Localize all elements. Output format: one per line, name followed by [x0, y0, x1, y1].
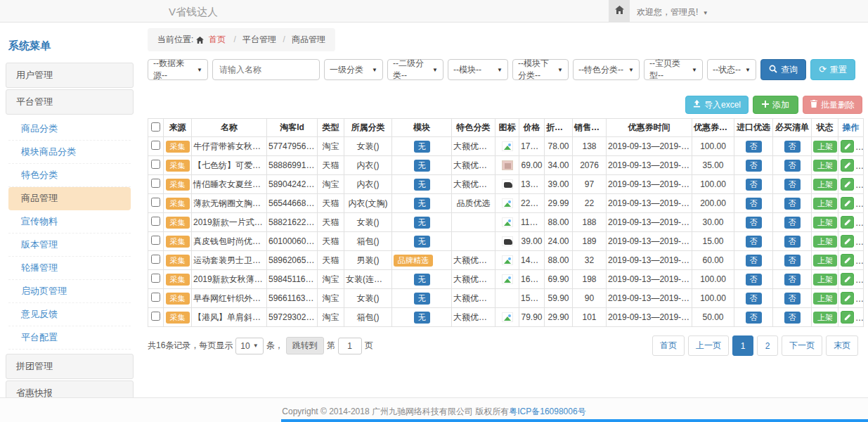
cell-type: 淘宝 — [318, 308, 344, 327]
home-button[interactable] — [609, 0, 630, 22]
breadcrumb-separator: / — [283, 34, 285, 44]
edit-button[interactable] — [841, 311, 854, 324]
filter-select-5[interactable]: --模块下分类--▼ — [512, 59, 569, 80]
import-select-toggle[interactable]: 否 — [746, 179, 762, 191]
edit-button[interactable] — [841, 159, 854, 172]
name-search-input[interactable] — [212, 59, 320, 80]
pager-button-上一页[interactable]: 上一页 — [688, 335, 729, 356]
row-checkbox[interactable] — [151, 274, 160, 283]
sidebar-item-平台配置[interactable]: 平台配置 — [8, 326, 131, 350]
import-select-toggle[interactable]: 否 — [746, 236, 762, 248]
import-select-toggle[interactable]: 否 — [746, 160, 762, 172]
must-buy-toggle[interactable]: 否 — [784, 198, 801, 210]
must-buy-toggle[interactable]: 否 — [784, 255, 801, 267]
breadcrumb-home-link[interactable]: 首页 — [209, 34, 226, 44]
status-toggle[interactable]: 上架 — [813, 274, 837, 286]
per-page-select[interactable]: 10 ▼ — [235, 338, 263, 354]
reset-button[interactable]: ⟳重置 — [810, 59, 855, 80]
edit-button[interactable] — [841, 216, 854, 229]
must-buy-toggle[interactable]: 否 — [784, 217, 801, 229]
sidebar-item-轮播管理[interactable]: 轮播管理 — [8, 257, 131, 280]
pager-button-下一页[interactable]: 下一页 — [782, 335, 822, 356]
select-all-checkbox[interactable] — [151, 122, 160, 132]
sidebar-group-平台管理[interactable]: 平台管理 — [6, 89, 134, 115]
row-checkbox[interactable] — [151, 255, 160, 264]
must-buy-toggle[interactable]: 否 — [784, 274, 801, 286]
must-buy-toggle[interactable]: 否 — [784, 160, 801, 172]
edit-button[interactable] — [841, 140, 854, 153]
cell-category: 内衣() — [344, 156, 392, 175]
cell-module: 无 — [392, 137, 452, 156]
row-checkbox[interactable] — [151, 217, 160, 226]
filter-select-7[interactable]: --宝贝类型--▼ — [644, 59, 703, 80]
must-buy-toggle[interactable]: 否 — [784, 179, 801, 191]
sidebar-item-版本管理[interactable]: 版本管理 — [8, 234, 131, 257]
status-toggle[interactable]: 上架 — [813, 160, 837, 172]
row-checkbox[interactable] — [151, 141, 160, 150]
row-checkbox[interactable] — [151, 179, 160, 188]
cell-must-buy: 否 — [773, 175, 812, 194]
status-toggle[interactable]: 上架 — [813, 255, 837, 267]
filter-select-0[interactable]: --数据来源--▼ — [148, 59, 208, 80]
bottom-scrollbar[interactable] — [281, 419, 868, 422]
status-toggle[interactable]: 上架 — [813, 198, 837, 210]
must-buy-toggle[interactable]: 否 — [784, 141, 801, 153]
sidebar-item-启动页管理[interactable]: 启动页管理 — [8, 280, 131, 303]
import-select-toggle[interactable]: 否 — [746, 198, 762, 210]
add-button[interactable]: 添加 — [753, 96, 798, 114]
sidebar-item-意见反馈[interactable]: 意见反馈 — [8, 303, 131, 326]
import-select-toggle[interactable]: 否 — [746, 274, 762, 286]
import-excel-button[interactable]: 导入excel — [685, 96, 749, 114]
filter-select-3[interactable]: --二级分类--▼ — [387, 59, 443, 80]
pager-button-1[interactable]: 1 — [732, 335, 753, 356]
edit-button[interactable] — [841, 273, 854, 286]
pager-button-末页[interactable]: 末页 — [826, 335, 858, 356]
filter-select-4[interactable]: --模块--▼ — [448, 59, 508, 80]
must-buy-toggle[interactable]: 否 — [784, 293, 801, 305]
status-toggle[interactable]: 上架 — [813, 179, 837, 191]
welcome-text: 欢迎您，管理员! — [637, 7, 698, 17]
sidebar-group-拼团管理[interactable]: 拼团管理 — [6, 354, 134, 379]
icp-link[interactable]: 粤ICP备16098006号 — [509, 407, 585, 416]
sidebar-item-商品管理[interactable]: 商品管理 — [8, 187, 131, 210]
sidebar-group-用户管理[interactable]: 用户管理 — [6, 63, 134, 88]
filter-select-6[interactable]: --特色分类--▼ — [573, 59, 640, 80]
must-buy-toggle[interactable]: 否 — [784, 312, 801, 324]
edit-button[interactable] — [841, 178, 854, 191]
pager-button-首页[interactable]: 首页 — [652, 335, 685, 356]
filter-select-2[interactable]: 一级分类▼ — [324, 59, 383, 80]
edit-button[interactable] — [841, 235, 854, 248]
import-select-toggle[interactable]: 否 — [746, 293, 762, 305]
row-checkbox[interactable] — [151, 236, 160, 245]
sidebar-item-商品分类[interactable]: 商品分类 — [8, 117, 131, 141]
edit-button[interactable] — [841, 197, 854, 210]
row-checkbox[interactable] — [151, 198, 160, 207]
edit-button[interactable] — [841, 292, 854, 305]
edit-button[interactable] — [841, 254, 854, 267]
sidebar-item-模块商品分类[interactable]: 模块商品分类 — [8, 141, 131, 164]
import-select-toggle[interactable]: 否 — [746, 217, 762, 229]
sidebar-group-省惠快报[interactable]: 省惠快报 — [6, 381, 134, 397]
status-toggle[interactable]: 上架 — [813, 312, 837, 324]
import-select-toggle[interactable]: 否 — [746, 141, 762, 153]
status-toggle[interactable]: 上架 — [813, 217, 837, 229]
import-select-toggle[interactable]: 否 — [746, 312, 762, 324]
pager-button-2[interactable]: 2 — [757, 335, 778, 356]
jump-button[interactable]: 跳转到 — [286, 337, 324, 354]
filter-select-8[interactable]: --状态--▼ — [707, 59, 756, 80]
batch-delete-button[interactable]: 批量删除 — [803, 96, 862, 114]
cell-sales: 138 — [573, 137, 607, 156]
must-buy-toggle[interactable]: 否 — [784, 236, 801, 248]
row-checkbox[interactable] — [151, 293, 160, 302]
sidebar-item-特色分类[interactable]: 特色分类 — [8, 164, 131, 187]
status-toggle[interactable]: 上架 — [813, 141, 837, 153]
query-button[interactable]: 查询 — [760, 59, 806, 80]
row-checkbox[interactable] — [151, 312, 160, 321]
import-select-toggle[interactable]: 否 — [746, 255, 762, 267]
status-toggle[interactable]: 上架 — [813, 236, 837, 248]
user-menu[interactable]: 欢迎您，管理员! ▼ — [637, 6, 708, 18]
page-number-input[interactable] — [338, 338, 362, 354]
row-checkbox[interactable] — [151, 160, 160, 169]
sidebar-item-宣传物料[interactable]: 宣传物料 — [8, 210, 131, 234]
status-toggle[interactable]: 上架 — [813, 293, 837, 305]
